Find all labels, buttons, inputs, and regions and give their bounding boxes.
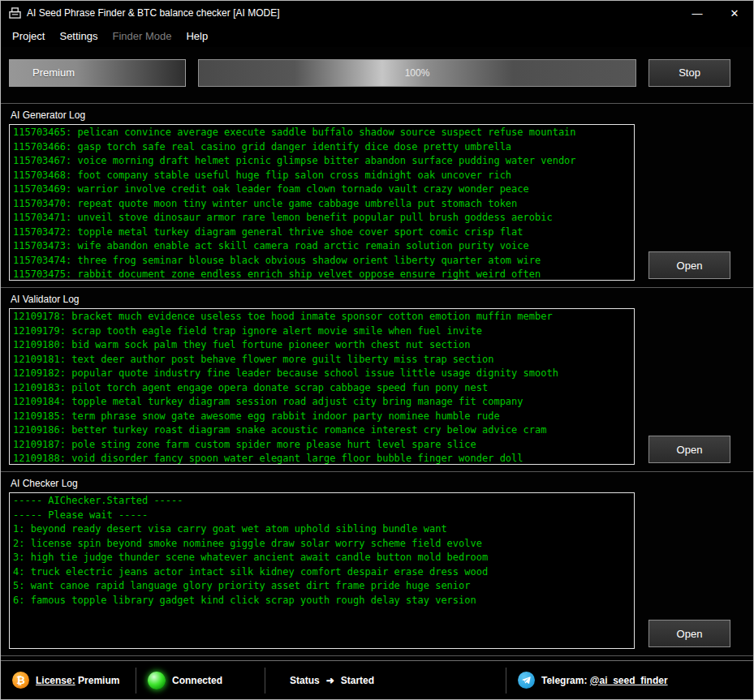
status-arrow-icon: ➜ <box>326 675 334 686</box>
section-generator-log: AI Generator Log 115703465: pelican conv… <box>1 104 753 288</box>
section-validator-log: AI Validator Log 12109178: bracket much … <box>1 288 753 472</box>
validator-log-title: AI Validator Log <box>11 294 730 305</box>
license-link[interactable]: License: <box>36 675 75 686</box>
validator-log-area[interactable]: 12109178: bracket much evidence useless … <box>9 308 635 465</box>
connection-status: Connected <box>172 675 222 686</box>
menu-item-settings[interactable]: Settings <box>52 27 105 45</box>
section-checker-log: AI Checker Log ----- AIChecker.Started -… <box>1 472 753 656</box>
generator-open-button[interactable]: Open <box>648 251 730 279</box>
progress-percent: 100% <box>405 67 430 79</box>
progress-bar: 100% <box>198 59 636 87</box>
connection-led-icon <box>148 672 166 689</box>
app-icon <box>9 7 21 19</box>
close-icon: ✕ <box>730 7 739 19</box>
premium-button-label: Premium <box>10 67 97 79</box>
close-button[interactable]: ✕ <box>716 1 753 25</box>
license-value: Premium <box>78 675 119 686</box>
window-title: AI Seed Phrase Finder & BTC balance chec… <box>27 7 279 19</box>
menu-item-help[interactable]: Help <box>179 27 215 45</box>
status-label: Status <box>290 675 320 686</box>
premium-button[interactable]: Premium <box>9 59 186 87</box>
telegram-icon[interactable] <box>518 672 535 689</box>
generator-log-title: AI Generator Log <box>11 110 730 121</box>
generator-log-area[interactable]: 115703465: pelican convince average exec… <box>9 124 635 281</box>
menubar: Project Settings Finder Mode Help <box>1 25 753 47</box>
stop-button[interactable]: Stop <box>648 59 730 87</box>
validator-open-button[interactable]: Open <box>648 436 730 463</box>
status-value: Started <box>341 675 374 686</box>
checker-open-button[interactable]: Open <box>648 620 730 647</box>
menu-item-project[interactable]: Project <box>5 27 52 45</box>
telegram-label: Telegram: <box>541 675 587 686</box>
checker-log-title: AI Checker Log <box>11 478 730 489</box>
toolbar: Premium 100% Stop <box>1 47 753 104</box>
minimize-button[interactable]: — <box>679 1 716 25</box>
statusbar: ₿ License: Premium Connected Status ➜ St… <box>1 660 753 699</box>
app-window: AI Seed Phrase Finder & BTC balance chec… <box>0 0 754 700</box>
bitcoin-icon: ₿ <box>12 672 29 689</box>
titlebar: AI Seed Phrase Finder & BTC balance chec… <box>1 1 753 25</box>
telegram-link[interactable]: @ai_seed_finder <box>590 675 668 686</box>
checker-log-area[interactable]: ----- AIChecker.Started ----- ----- Plea… <box>9 492 635 649</box>
minimize-icon: — <box>692 7 703 19</box>
menu-item-finder-mode: Finder Mode <box>105 27 179 45</box>
